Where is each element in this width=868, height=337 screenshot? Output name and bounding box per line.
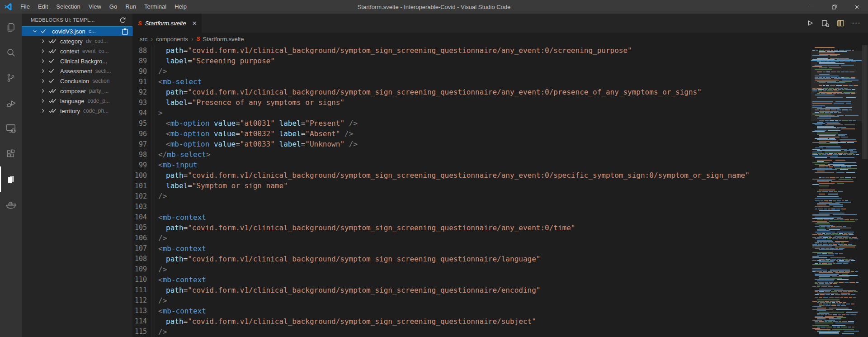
minimize-button[interactable]: [800, 0, 823, 14]
code-token: <: [166, 129, 170, 138]
copy-button[interactable]: [122, 28, 128, 35]
chevron-right-icon[interactable]: [40, 98, 48, 104]
activity-run-and-debug[interactable]: [0, 90, 22, 116]
code-editor[interactable]: 88path="covid.form.v1/clinical_backgroun…: [132, 45, 868, 337]
close-button[interactable]: [845, 0, 868, 14]
split-editor-button[interactable]: [836, 19, 845, 28]
minimap-line: [811, 141, 862, 142]
code-line-content: label="Presence of any symptoms or signs…: [158, 98, 344, 107]
breadcrumb-item-src[interactable]: src: [140, 36, 147, 43]
code-attribute: path: [166, 286, 184, 294]
minimap-line: [811, 302, 862, 303]
menu-edit[interactable]: Edit: [34, 0, 52, 14]
tree-item-assessment[interactable]: Assessmentsecti...: [22, 66, 132, 76]
chevron-right-icon[interactable]: [40, 108, 48, 114]
tree-item-context[interactable]: contextevent_co...: [22, 46, 132, 56]
chevron-right-icon[interactable]: [40, 48, 48, 54]
tree-item-territory[interactable]: territorycode_ph...: [22, 106, 132, 116]
minimap-line: [811, 218, 862, 219]
code-line-content: <mb-option value="at0033" label="Unknown…: [158, 140, 358, 148]
menu-file[interactable]: File: [16, 0, 34, 14]
double-check-icon: [48, 108, 60, 114]
code-line-content: label="Symptom or sign name": [158, 181, 288, 190]
code-token: />: [158, 67, 167, 76]
code-token: =: [236, 140, 240, 148]
activity-search[interactable]: [0, 40, 22, 65]
activity-medblocks-ui[interactable]: [0, 166, 22, 192]
chevron-down-icon[interactable]: [32, 28, 40, 34]
vertical-scrollbar[interactable]: [862, 45, 868, 337]
activity-docker[interactable]: [0, 192, 22, 217]
remote-explorer-icon: [5, 123, 17, 134]
tree-item-language[interactable]: languagecode_p...: [22, 96, 132, 106]
tree-item-label: language: [60, 98, 85, 104]
minimap-line: [811, 181, 862, 182]
window-controls: [800, 0, 868, 14]
menu-terminal[interactable]: Terminal: [140, 0, 170, 14]
chevron-right-icon[interactable]: [40, 88, 48, 94]
code-line-content: path="covid.form.v1/clinical_background/…: [158, 255, 540, 263]
tree-item-category[interactable]: categorydv_cod...: [22, 36, 132, 46]
menu-run[interactable]: Run: [121, 0, 140, 14]
chevron-right-icon[interactable]: [40, 38, 48, 44]
minimap-line: [811, 328, 862, 329]
tree-item-conclusion[interactable]: Conclusionsection: [22, 76, 132, 86]
activity-source-control[interactable]: [0, 65, 22, 90]
clipboard-icon: [122, 28, 128, 35]
tab-close-icon[interactable]: ✕: [192, 20, 197, 27]
minimap-line: [811, 229, 862, 230]
minimap-slider[interactable]: [811, 51, 862, 121]
minimap-line: [811, 196, 862, 197]
sidebar: MEDBLOCKS UI: TEMPL... covidV3.jsonc...c…: [22, 14, 132, 337]
chevron-right-icon[interactable]: [40, 78, 48, 84]
menu-go[interactable]: Go: [105, 0, 121, 14]
minimap-line: [811, 240, 862, 241]
more-actions-button[interactable]: ···: [852, 19, 861, 28]
code-line: 93label="Presence of any symptoms or sig…: [132, 97, 810, 108]
menu-selection[interactable]: Selection: [52, 0, 84, 14]
code-line: 100path="covid.form.v1/clinical_backgrou…: [132, 170, 810, 180]
double-check-icon: [48, 88, 60, 94]
line-number: 99: [132, 161, 147, 169]
refresh-arrow-icon: [119, 17, 126, 24]
menu-view[interactable]: View: [85, 0, 105, 14]
code-token: =: [184, 171, 188, 180]
tab-startform-svelte[interactable]: S Startform.svelte ✕: [132, 14, 202, 33]
minimap-line: [811, 233, 862, 234]
check-icon: [40, 28, 52, 34]
refresh-icon[interactable]: [119, 17, 126, 24]
minimap-line: [811, 295, 862, 296]
tree-item-composer[interactable]: composerparty_...: [22, 86, 132, 96]
run-button[interactable]: [806, 19, 814, 27]
code-line-content: />: [158, 192, 167, 200]
scrollbar-slider[interactable]: [862, 45, 868, 159]
source-control-icon: [5, 72, 16, 83]
minimap[interactable]: [811, 45, 862, 337]
code-string: "covid.form.v1/clinical_background/sympt…: [188, 255, 540, 263]
breadcrumb-separator-icon: ›: [151, 35, 153, 43]
tree-item-covidv3-json[interactable]: covidV3.jsonc...: [22, 26, 132, 36]
minimap-line: [811, 145, 862, 146]
line-number: 103: [132, 203, 147, 211]
activity-extensions[interactable]: [0, 141, 22, 166]
tree-item-clinical-backgro[interactable]: Clinical Backgro...: [22, 56, 132, 66]
minimap-line: [811, 172, 862, 173]
minimap-line: [811, 294, 862, 295]
breadcrumb-item-components[interactable]: components: [156, 36, 188, 43]
minimap-line: [811, 162, 862, 163]
open-preview-button[interactable]: [821, 19, 830, 28]
code-line-content: />: [158, 234, 167, 242]
breadcrumb-item-file[interactable]: SStartform.svelte: [197, 36, 244, 43]
activity-remote-explorer[interactable]: [0, 116, 22, 141]
minimap-line: [811, 183, 862, 184]
code-token: <: [166, 119, 170, 128]
chevron-right-icon[interactable]: [40, 68, 48, 74]
code-attribute: label: [279, 129, 301, 138]
activity-explorer[interactable]: [0, 14, 22, 40]
minimap-line: [811, 223, 862, 224]
menu-help[interactable]: Help: [170, 0, 191, 14]
chevron-right-icon[interactable]: [40, 58, 48, 64]
restore-button[interactable]: [823, 0, 845, 14]
code-line: 99<mb-input: [132, 160, 810, 170]
code-token: =: [236, 119, 240, 128]
